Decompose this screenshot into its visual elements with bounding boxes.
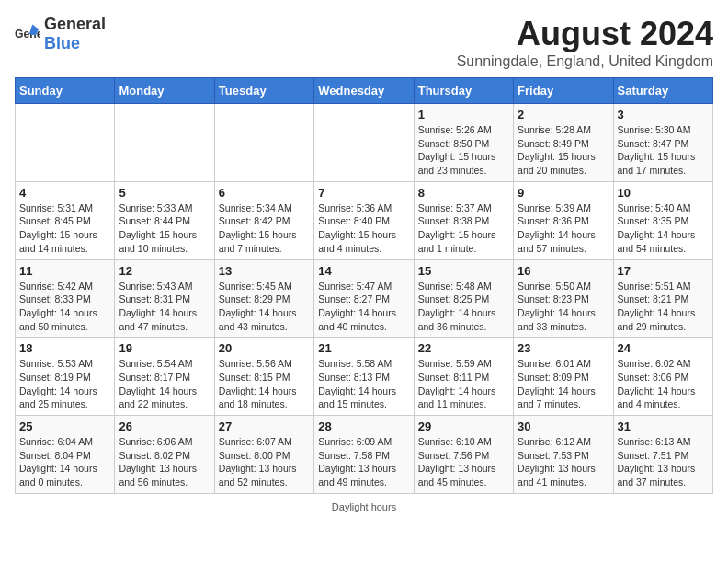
day-info: Sunrise: 5:42 AM Sunset: 8:33 PM Dayligh…	[19, 280, 110, 334]
calendar-cell: 5Sunrise: 5:33 AM Sunset: 8:44 PM Daylig…	[115, 181, 214, 259]
day-number: 13	[219, 264, 310, 278]
calendar-cell: 24Sunrise: 6:02 AM Sunset: 8:06 PM Dayli…	[613, 338, 712, 416]
day-number: 6	[219, 186, 310, 200]
day-info: Sunrise: 6:07 AM Sunset: 8:00 PM Dayligh…	[219, 435, 310, 489]
day-info: Sunrise: 5:28 AM Sunset: 8:49 PM Dayligh…	[518, 123, 609, 178]
calendar-cell	[214, 104, 313, 182]
day-info: Sunrise: 5:34 AM Sunset: 8:42 PM Dayligh…	[219, 201, 310, 256]
calendar-cell: 28Sunrise: 6:09 AM Sunset: 7:58 PM Dayli…	[314, 416, 414, 494]
calendar-cell: 21Sunrise: 5:58 AM Sunset: 8:13 PM Dayli…	[314, 338, 414, 416]
calendar-cell: 22Sunrise: 5:59 AM Sunset: 8:11 PM Dayli…	[414, 338, 513, 416]
day-info: Sunrise: 6:09 AM Sunset: 7:58 PM Dayligh…	[318, 435, 409, 489]
calendar-header-saturday: Saturday	[613, 78, 712, 104]
calendar-header-sunday: Sunday	[16, 78, 115, 104]
day-info: Sunrise: 5:30 AM Sunset: 8:47 PM Dayligh…	[618, 123, 709, 178]
day-number: 29	[418, 419, 509, 433]
calendar-cell: 25Sunrise: 6:04 AM Sunset: 8:04 PM Dayli…	[16, 416, 115, 494]
day-info: Sunrise: 5:58 AM Sunset: 8:13 PM Dayligh…	[318, 357, 409, 411]
calendar-header-wednesday: Wednesday	[314, 78, 414, 104]
day-number: 16	[518, 264, 609, 278]
day-info: Sunrise: 5:51 AM Sunset: 8:21 PM Dayligh…	[618, 280, 709, 334]
calendar-cell: 18Sunrise: 5:53 AM Sunset: 8:19 PM Dayli…	[16, 338, 115, 416]
title-area: August 2024 Sunningdale, England, United…	[457, 15, 713, 70]
day-number: 28	[318, 419, 409, 433]
day-info: Sunrise: 5:47 AM Sunset: 8:27 PM Dayligh…	[318, 280, 409, 334]
day-info: Sunrise: 5:39 AM Sunset: 8:36 PM Dayligh…	[518, 201, 609, 256]
day-info: Sunrise: 5:48 AM Sunset: 8:25 PM Dayligh…	[418, 280, 509, 334]
day-number: 27	[219, 419, 310, 433]
calendar-cell: 16Sunrise: 5:50 AM Sunset: 8:23 PM Dayli…	[514, 259, 613, 338]
day-number: 2	[518, 108, 609, 121]
day-info: Sunrise: 6:13 AM Sunset: 7:51 PM Dayligh…	[618, 435, 709, 489]
calendar-cell: 27Sunrise: 6:07 AM Sunset: 8:00 PM Dayli…	[214, 416, 313, 494]
footer-note: Daylight hours	[15, 501, 713, 512]
day-number: 17	[618, 264, 709, 278]
calendar-cell: 9Sunrise: 5:39 AM Sunset: 8:36 PM Daylig…	[514, 181, 613, 259]
day-number: 9	[518, 186, 609, 200]
day-info: Sunrise: 5:45 AM Sunset: 8:29 PM Dayligh…	[219, 280, 310, 334]
day-number: 25	[19, 419, 110, 433]
day-number: 18	[19, 341, 110, 355]
calendar-cell: 20Sunrise: 5:56 AM Sunset: 8:15 PM Dayli…	[214, 338, 313, 416]
calendar-header-monday: Monday	[115, 78, 214, 104]
calendar-cell: 29Sunrise: 6:10 AM Sunset: 7:56 PM Dayli…	[414, 416, 513, 494]
day-info: Sunrise: 6:06 AM Sunset: 8:02 PM Dayligh…	[119, 435, 210, 489]
day-number: 21	[318, 341, 409, 355]
calendar-cell: 26Sunrise: 6:06 AM Sunset: 8:02 PM Dayli…	[115, 416, 214, 494]
calendar-week-3: 11Sunrise: 5:42 AM Sunset: 8:33 PM Dayli…	[16, 259, 713, 338]
calendar-week-2: 4Sunrise: 5:31 AM Sunset: 8:45 PM Daylig…	[16, 181, 713, 259]
calendar-cell: 30Sunrise: 6:12 AM Sunset: 7:53 PM Dayli…	[514, 416, 613, 494]
calendar-cell: 2Sunrise: 5:28 AM Sunset: 8:49 PM Daylig…	[514, 104, 613, 182]
logo: General General Blue	[15, 15, 106, 53]
calendar-cell: 10Sunrise: 5:40 AM Sunset: 8:35 PM Dayli…	[613, 181, 712, 259]
main-title: August 2024	[457, 15, 713, 53]
day-info: Sunrise: 6:12 AM Sunset: 7:53 PM Dayligh…	[518, 435, 609, 489]
calendar-week-1: 1Sunrise: 5:26 AM Sunset: 8:50 PM Daylig…	[16, 104, 713, 182]
day-info: Sunrise: 5:37 AM Sunset: 8:38 PM Dayligh…	[418, 201, 509, 256]
calendar-header-row: SundayMondayTuesdayWednesdayThursdayFrid…	[16, 78, 713, 104]
day-number: 23	[518, 341, 609, 355]
day-info: Sunrise: 5:54 AM Sunset: 8:17 PM Dayligh…	[119, 357, 210, 411]
calendar-cell: 17Sunrise: 5:51 AM Sunset: 8:21 PM Dayli…	[613, 259, 712, 338]
day-number: 8	[418, 186, 509, 200]
day-info: Sunrise: 6:04 AM Sunset: 8:04 PM Dayligh…	[19, 435, 110, 489]
day-number: 20	[219, 341, 310, 355]
calendar-cell: 11Sunrise: 5:42 AM Sunset: 8:33 PM Dayli…	[16, 259, 115, 338]
calendar-cell	[16, 104, 115, 182]
day-number: 31	[618, 419, 709, 433]
day-number: 22	[418, 341, 509, 355]
day-info: Sunrise: 5:43 AM Sunset: 8:31 PM Dayligh…	[119, 280, 210, 334]
calendar-cell: 1Sunrise: 5:26 AM Sunset: 8:50 PM Daylig…	[414, 104, 513, 182]
day-info: Sunrise: 5:36 AM Sunset: 8:40 PM Dayligh…	[318, 201, 409, 256]
day-info: Sunrise: 5:33 AM Sunset: 8:44 PM Dayligh…	[119, 201, 210, 256]
calendar-cell: 3Sunrise: 5:30 AM Sunset: 8:47 PM Daylig…	[613, 104, 712, 182]
logo-general: General	[44, 15, 106, 33]
day-number: 4	[19, 186, 110, 200]
day-info: Sunrise: 5:53 AM Sunset: 8:19 PM Dayligh…	[19, 357, 110, 411]
calendar-cell: 6Sunrise: 5:34 AM Sunset: 8:42 PM Daylig…	[214, 181, 313, 259]
day-info: Sunrise: 5:40 AM Sunset: 8:35 PM Dayligh…	[618, 201, 709, 256]
day-number: 15	[418, 264, 509, 278]
day-info: Sunrise: 5:56 AM Sunset: 8:15 PM Dayligh…	[219, 357, 310, 411]
calendar-cell	[314, 104, 414, 182]
day-number: 1	[418, 108, 509, 121]
day-info: Sunrise: 5:31 AM Sunset: 8:45 PM Dayligh…	[19, 201, 110, 256]
calendar-cell: 14Sunrise: 5:47 AM Sunset: 8:27 PM Dayli…	[314, 259, 414, 338]
day-number: 26	[119, 419, 210, 433]
footer-note-text: Daylight hours	[332, 501, 396, 512]
day-number: 30	[518, 419, 609, 433]
logo-text: General Blue	[44, 15, 106, 53]
logo-blue: Blue	[44, 34, 80, 52]
day-number: 3	[618, 108, 709, 121]
calendar-cell: 23Sunrise: 6:01 AM Sunset: 8:09 PM Dayli…	[514, 338, 613, 416]
calendar-cell: 15Sunrise: 5:48 AM Sunset: 8:25 PM Dayli…	[414, 259, 513, 338]
day-number: 12	[119, 264, 210, 278]
calendar-cell: 13Sunrise: 5:45 AM Sunset: 8:29 PM Dayli…	[214, 259, 313, 338]
day-info: Sunrise: 6:02 AM Sunset: 8:06 PM Dayligh…	[618, 357, 709, 411]
logo-icon: General	[15, 21, 40, 47]
day-info: Sunrise: 6:01 AM Sunset: 8:09 PM Dayligh…	[518, 357, 609, 411]
day-info: Sunrise: 5:26 AM Sunset: 8:50 PM Dayligh…	[418, 123, 509, 178]
calendar-cell	[115, 104, 214, 182]
calendar-table: SundayMondayTuesdayWednesdayThursdayFrid…	[15, 77, 713, 494]
day-info: Sunrise: 5:50 AM Sunset: 8:23 PM Dayligh…	[518, 280, 609, 334]
